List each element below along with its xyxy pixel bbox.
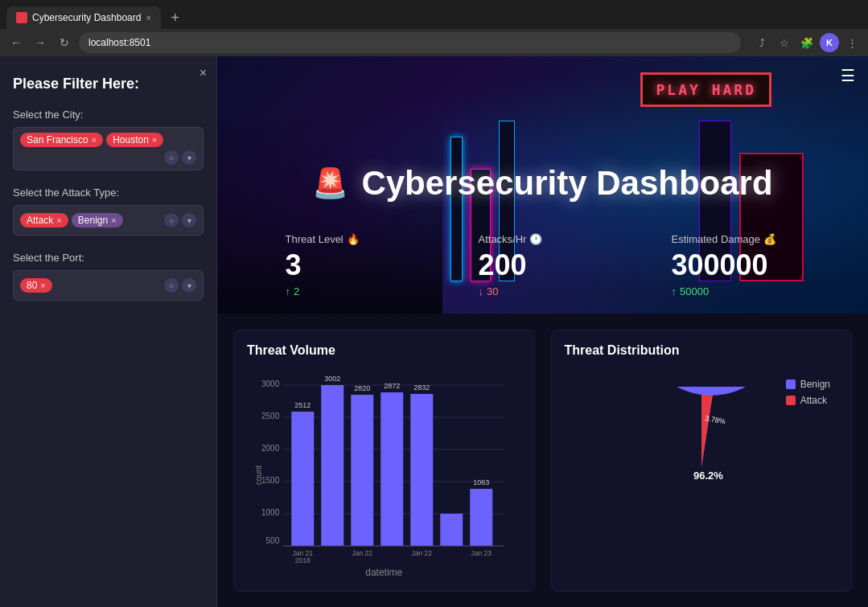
threat-level-label: Threat Level 🔥 bbox=[286, 233, 414, 245]
port-expand-icon[interactable]: ▾ bbox=[182, 278, 196, 293]
attack-slice bbox=[701, 395, 713, 467]
svg-text:Jan 22: Jan 22 bbox=[411, 549, 432, 557]
bar-6[interactable] bbox=[440, 514, 463, 546]
profile-avatar[interactable]: K bbox=[820, 33, 839, 52]
remove-port-80[interactable]: × bbox=[40, 281, 45, 290]
bar-5[interactable] bbox=[410, 394, 433, 546]
benign-legend-dot bbox=[786, 379, 796, 389]
threat-level-delta: ↑ 2 bbox=[286, 285, 414, 297]
threat-distribution-title: Threat Distribution bbox=[565, 343, 839, 358]
nav-refresh-button[interactable]: ↻ bbox=[55, 33, 74, 52]
svg-text:2018: 2018 bbox=[295, 556, 311, 564]
port-tag-80[interactable]: 80 × bbox=[20, 278, 52, 293]
attack-tag-benign[interactable]: Benign × bbox=[72, 213, 123, 228]
svg-text:96.2%: 96.2% bbox=[693, 470, 723, 482]
pie-legend: Benign Attack bbox=[786, 379, 830, 406]
svg-text:1063: 1063 bbox=[473, 478, 489, 486]
port-dropdown-icons: ○ ▾ bbox=[164, 278, 196, 293]
bar-1[interactable] bbox=[291, 412, 314, 546]
dashboard-title-area: 🚨 Cybersecurity Dashboard bbox=[312, 164, 772, 203]
sidebar: × Please Filter Here: Select the City: S… bbox=[0, 56, 217, 607]
city-expand-icon[interactable]: ▾ bbox=[182, 150, 196, 165]
browser-nav-icons: ⤴ ☆ 🧩 K ⋮ bbox=[752, 33, 862, 52]
browser-nav: ← → ↻ localhost:8501 ⤴ ☆ 🧩 K ⋮ bbox=[0, 29, 868, 56]
svg-text:2000: 2000 bbox=[261, 444, 280, 453]
tab-title: Cybersecurity Dashboard bbox=[32, 12, 141, 23]
remove-attack[interactable]: × bbox=[56, 215, 61, 225]
city-filter-section: Select the City: San Francisco × Houston… bbox=[13, 109, 204, 170]
estimated-damage-stat: Estimated Damage 💰 300000 ↑ 50000 bbox=[672, 233, 800, 297]
damage-delta: ↑ 50000 bbox=[672, 285, 800, 297]
svg-text:2500: 2500 bbox=[261, 412, 280, 420]
attack-clear-icon[interactable]: ○ bbox=[164, 213, 179, 228]
threat-level-stat: Threat Level 🔥 3 ↑ 2 bbox=[286, 233, 414, 297]
svg-text:Jan 22: Jan 22 bbox=[352, 549, 372, 557]
city-dropdown-icons: ○ ▾ bbox=[164, 150, 196, 165]
browser-menu-icon[interactable]: ⋮ bbox=[842, 33, 862, 52]
new-tab-button[interactable]: + bbox=[164, 6, 187, 29]
fire-icon: 🔥 bbox=[347, 233, 360, 245]
attack-type-multiselect[interactable]: Attack × Benign × ○ ▾ bbox=[13, 205, 204, 236]
damage-label: Estimated Damage 💰 bbox=[672, 233, 800, 245]
extension-icon[interactable]: 🧩 bbox=[797, 33, 817, 52]
pie-chart-svg: 96.2% 3.78% bbox=[621, 387, 782, 548]
browser-tabs: Cybersecurity Dashboard × + bbox=[0, 0, 868, 29]
tab-close-button[interactable]: × bbox=[146, 13, 150, 23]
dashboard-title: Cybersecurity Dashboard bbox=[361, 164, 772, 203]
city-multiselect[interactable]: San Francisco × Houston × ○ ▾ bbox=[13, 127, 204, 170]
clock-icon: 🕐 bbox=[529, 233, 542, 245]
svg-text:count: count bbox=[254, 466, 263, 486]
bar-chart-container: 3000 2500 2000 1500 1000 500 count bbox=[247, 371, 521, 564]
browser-chrome: Cybersecurity Dashboard × + ← → ↻ localh… bbox=[0, 0, 868, 56]
attacks-label: Attacks/Hr 🕐 bbox=[479, 233, 607, 245]
threat-level-value: 3 bbox=[286, 248, 414, 282]
attacks-value: 200 bbox=[479, 248, 607, 282]
port-multiselect[interactable]: 80 × ○ ▾ bbox=[13, 270, 204, 301]
alarm-icon: 🚨 bbox=[312, 166, 348, 200]
nav-forward-button[interactable]: → bbox=[31, 33, 50, 52]
attack-dropdown-icons: ○ ▾ bbox=[164, 213, 196, 228]
bar-7[interactable] bbox=[470, 489, 492, 546]
hamburger-menu-button[interactable]: ☰ bbox=[841, 66, 855, 85]
city-tag-san-francisco[interactable]: San Francisco × bbox=[20, 133, 103, 147]
remove-houston[interactable]: × bbox=[152, 135, 157, 145]
svg-text:Jan 23: Jan 23 bbox=[471, 549, 492, 557]
main-content: PLAY HARD ☰ 🚨 Cybersecurity Dashboard Th… bbox=[217, 56, 868, 607]
svg-text:2872: 2872 bbox=[384, 382, 400, 390]
port-clear-icon[interactable]: ○ bbox=[164, 278, 179, 293]
attack-type-filter-label: Select the Attack Type: bbox=[13, 187, 204, 199]
svg-text:3000: 3000 bbox=[261, 379, 280, 388]
remove-benign[interactable]: × bbox=[111, 215, 116, 225]
city-tag-houston[interactable]: Houston × bbox=[106, 133, 163, 147]
share-icon[interactable]: ⤴ bbox=[752, 33, 771, 52]
bar-4[interactable] bbox=[381, 392, 403, 546]
nav-back-button[interactable]: ← bbox=[6, 33, 26, 52]
remove-san-francisco[interactable]: × bbox=[92, 135, 97, 145]
port-filter-section: Select the Port: 80 × ○ ▾ bbox=[13, 252, 204, 301]
bar-chart-svg: 3000 2500 2000 1500 1000 500 count bbox=[247, 371, 521, 564]
svg-text:500: 500 bbox=[266, 536, 280, 545]
money-icon: 💰 bbox=[763, 233, 776, 245]
svg-text:2512: 2512 bbox=[294, 401, 311, 409]
attack-tag-attack[interactable]: Attack × bbox=[20, 213, 68, 228]
bar-3[interactable] bbox=[351, 395, 373, 546]
bar-2[interactable] bbox=[321, 385, 343, 546]
app-layout: × Please Filter Here: Select the City: S… bbox=[0, 56, 868, 607]
filter-title: Please Filter Here: bbox=[13, 76, 204, 92]
legend-benign: Benign bbox=[786, 379, 830, 390]
address-bar[interactable]: localhost:8501 bbox=[79, 32, 741, 53]
attack-expand-icon[interactable]: ▾ bbox=[182, 213, 196, 228]
legend-attack: Attack bbox=[786, 395, 830, 406]
browser-tab-active[interactable]: Cybersecurity Dashboard × bbox=[6, 6, 161, 29]
svg-text:2832: 2832 bbox=[413, 383, 430, 392]
city-filter-label: Select the City: bbox=[13, 109, 204, 121]
charts-section: Threat Volume 3000 2500 2000 1500 1000 5… bbox=[217, 314, 868, 607]
bookmark-icon[interactable]: ☆ bbox=[775, 33, 794, 52]
svg-text:1000: 1000 bbox=[261, 508, 280, 517]
threat-distribution-chart: Threat Distribution 96.2% 3.78% bbox=[551, 330, 853, 592]
city-clear-icon[interactable]: ○ bbox=[164, 150, 179, 165]
stats-row: Threat Level 🔥 3 ↑ 2 Attacks/Hr 🕐 200 bbox=[286, 233, 800, 297]
svg-text:1500: 1500 bbox=[261, 476, 280, 485]
sidebar-close-button[interactable]: × bbox=[200, 66, 207, 80]
damage-value: 300000 bbox=[672, 248, 800, 282]
